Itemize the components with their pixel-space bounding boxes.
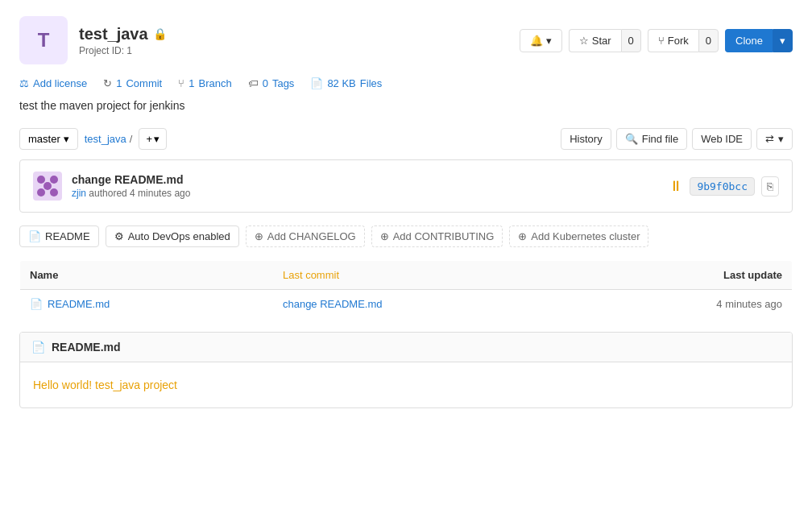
col-commit-header: Last commit (273, 261, 575, 290)
col-update-header: Last update (575, 261, 793, 290)
file-name-link[interactable]: 📄 README.md (30, 298, 263, 310)
kubernetes-button[interactable]: ⊕ Add Kubernetes cluster (509, 225, 648, 247)
add-file-button[interactable]: + ▾ (139, 128, 167, 150)
project-avatar: T (19, 16, 68, 64)
project-header: T test_java 🔒 Project ID: 1 🔔 ▾ ☆ Star (19, 16, 793, 64)
project-header-left: T test_java 🔒 Project ID: 1 (19, 16, 167, 64)
copy-icon: ⎘ (767, 180, 773, 192)
star-button[interactable]: ☆ Star (569, 29, 621, 52)
branch-label: Branch (198, 77, 231, 89)
branch-name: master (28, 133, 60, 145)
tag-label: Tags (272, 77, 294, 89)
commit-hash-button[interactable]: 9b9f0bcc (690, 177, 755, 196)
find-file-button[interactable]: 🔍 Find file (616, 128, 688, 150)
commit-icon: ↻ (103, 77, 112, 89)
tag-count: 0 (263, 77, 268, 89)
file-table-header: Name Last commit Last update (20, 261, 793, 290)
header-actions: 🔔 ▾ ☆ Star 0 ⑂ Fork 0 (520, 29, 793, 52)
clone-group: Clone ▾ (725, 29, 793, 52)
branch-count: 1 (188, 77, 194, 89)
commit-box: change README.md zjin authored 4 minutes… (19, 159, 793, 213)
history-button[interactable]: History (561, 128, 611, 150)
commit-message: change README.md (72, 173, 190, 186)
readme-button[interactable]: 📄 README (19, 225, 99, 247)
more-options-icon: ⇄ (765, 133, 774, 145)
file-icon: 📄 (310, 77, 323, 89)
clone-dropdown-button[interactable]: ▾ (773, 29, 793, 52)
more-options-button[interactable]: ⇄ ▾ (756, 128, 793, 150)
file-actions: 📄 README ⚙ Auto DevOps enabled ⊕ Add CHA… (19, 225, 793, 247)
readme-header: 📄 README.md (20, 333, 792, 362)
contributing-icon: ⊕ (380, 230, 389, 242)
web-ide-button[interactable]: Web IDE (692, 128, 752, 150)
fork-label: Fork (668, 35, 689, 47)
contributing-button[interactable]: ⊕ Add CONTRIBUTING (371, 225, 503, 247)
commit-meta: zjin authored 4 minutes ago (72, 188, 190, 199)
license-label: Add license (33, 77, 87, 89)
tags-link[interactable]: 🏷 0 Tags (248, 77, 295, 89)
add-chevron-icon: ▾ (154, 133, 160, 145)
clone-button[interactable]: Clone (725, 29, 773, 52)
table-row: 📄 README.md change README.md 4 minutes a… (20, 290, 793, 319)
commit-right: ⏸ 9b9f0bcc ⎘ (669, 176, 779, 196)
find-file-label: Find file (642, 133, 679, 145)
commit-left: change README.md zjin authored 4 minutes… (33, 172, 190, 201)
svg-point-3 (37, 188, 45, 196)
files-link[interactable]: 📄 82 KB Files (310, 77, 382, 89)
fork-count[interactable]: 0 (698, 29, 719, 52)
web-ide-label: Web IDE (701, 133, 743, 145)
readme-title: README.md (52, 341, 121, 354)
readme-file-icon: 📄 (28, 230, 41, 242)
changelog-label: Add CHANGELOG (267, 230, 356, 242)
branch-bar-right: History 🔍 Find file Web IDE ⇄ ▾ (561, 128, 793, 150)
branch-bar: master ▾ test_java / + ▾ History 🔍 Find … (19, 128, 793, 150)
star-icon: ☆ (579, 35, 589, 47)
contributing-label: Add CONTRIBUTING (393, 230, 495, 242)
readme-content: Hello world! test_java project (20, 362, 792, 407)
copy-hash-button[interactable]: ⎘ (761, 176, 779, 196)
branch-icon: ⑂ (178, 77, 184, 89)
kubernetes-icon: ⊕ (518, 230, 527, 242)
svg-point-2 (50, 176, 58, 184)
devops-button[interactable]: ⚙ Auto DevOps enabled (106, 225, 239, 247)
fork-icon: ⑂ (658, 35, 665, 47)
svg-point-1 (37, 176, 45, 184)
project-title: test_java 🔒 (79, 25, 167, 43)
file-label: Files (360, 77, 382, 89)
notification-button[interactable]: 🔔 ▾ (520, 29, 562, 52)
project-id: Project ID: 1 (79, 45, 167, 56)
commit-info: change README.md zjin authored 4 minutes… (72, 173, 190, 199)
readme-header-icon: 📄 (31, 341, 45, 354)
commit-label: Commit (126, 77, 162, 89)
project-name: test_java (79, 25, 148, 43)
star-group: ☆ Star 0 (569, 29, 641, 52)
clone-chevron-icon: ▾ (780, 35, 785, 47)
bell-icon: 🔔 (530, 35, 543, 47)
branch-bar-left: master ▾ test_java / + ▾ (19, 128, 167, 150)
path-separator: / (130, 133, 133, 145)
license-link[interactable]: ⚖ Add license (19, 77, 87, 89)
pipeline-status-icon[interactable]: ⏸ (669, 178, 683, 195)
history-label: History (570, 133, 602, 145)
kubernetes-label: Add Kubernetes cluster (531, 230, 640, 242)
branches-link[interactable]: ⑂ 1 Branch (178, 77, 231, 89)
changelog-button[interactable]: ⊕ Add CHANGELOG (246, 225, 365, 247)
avatar-svg (33, 172, 62, 201)
file-type-icon: 📄 (30, 298, 43, 310)
star-count[interactable]: 0 (621, 29, 641, 52)
search-icon: 🔍 (625, 133, 638, 145)
path-breadcrumb: test_java / (85, 133, 133, 145)
devops-label: Auto DevOps enabled (128, 230, 230, 242)
commit-count: 1 (116, 77, 122, 89)
file-last-update: 4 minutes ago (575, 290, 793, 319)
license-icon: ⚖ (19, 77, 29, 89)
fork-button[interactable]: ⑂ Fork (648, 29, 698, 52)
fork-group: ⑂ Fork 0 (648, 29, 719, 52)
commits-link[interactable]: ↻ 1 Commit (103, 77, 162, 89)
readme-section: 📄 README.md Hello world! test_java proje… (19, 332, 793, 408)
branch-selector[interactable]: master ▾ (19, 128, 78, 150)
star-label: Star (592, 35, 611, 47)
file-table: Name Last commit Last update 📄 README.md… (19, 260, 793, 319)
breadcrumb-project[interactable]: test_java (85, 133, 126, 145)
file-commit-link[interactable]: change README.md (283, 298, 383, 310)
